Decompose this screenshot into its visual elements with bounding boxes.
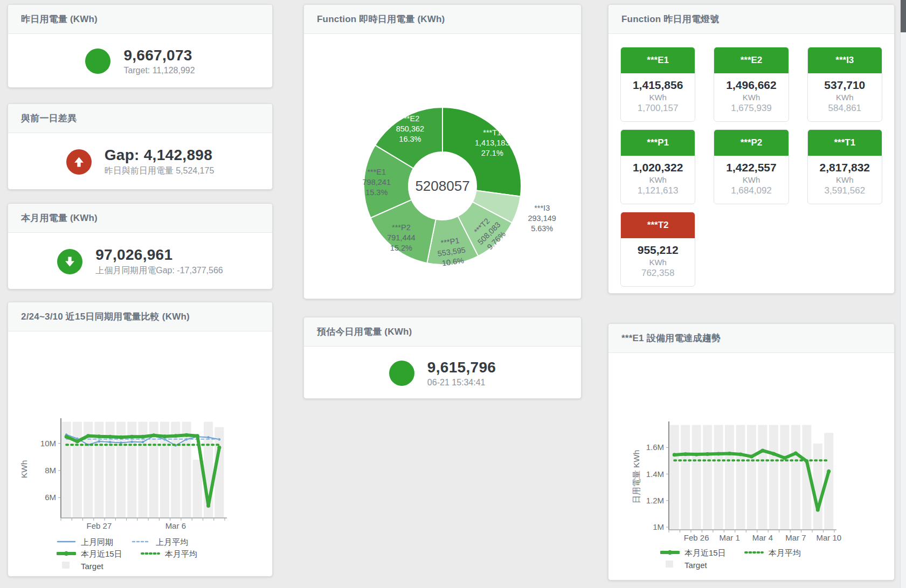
series-point[interactable] xyxy=(717,452,721,455)
y-tick-label: 1M xyxy=(653,522,664,531)
tile-body: 1,020,322KWh1,121,613 xyxy=(621,156,695,204)
card-realtime-donut: Function 即時日用電量 (KWh) ***T11,413,18327.1… xyxy=(303,4,582,299)
legend-item-Target[interactable]: Target xyxy=(660,560,707,570)
legend-swatch-icon xyxy=(57,549,76,559)
series-point[interactable] xyxy=(163,434,167,438)
card-today-estimate: 預估今日用電量 (KWh) 9,615,796 06-21 15:34:41 xyxy=(303,317,582,399)
realtime-donut-chart[interactable]: ***T11,413,18327.1%***I3293,1495.63%***T… xyxy=(304,34,581,299)
legend-row: 本月近15日本月平均 xyxy=(57,548,272,560)
legend-swatch-icon xyxy=(57,537,76,547)
legend-swatch-icon xyxy=(744,548,764,558)
tile-body: 1,496,662KWh1,675,939 xyxy=(714,73,788,121)
legend-item-本月近15日[interactable]: 本月近15日 xyxy=(660,548,726,558)
kpi-subtitle: 上個月同期用電Gap: -17,377,566 xyxy=(95,265,223,276)
series-point[interactable] xyxy=(739,452,743,456)
series-point[interactable] xyxy=(772,452,776,455)
legend-label: 本月平均 xyxy=(165,549,197,559)
e1-trend-line-chart[interactable]: 1M1.2M1.4M1.6MFeb 26Mar 1Mar 4Mar 7Mar 1… xyxy=(613,353,889,543)
target-bar xyxy=(681,425,690,530)
target-bar xyxy=(692,425,701,530)
series-point[interactable] xyxy=(174,434,177,438)
series-point[interactable] xyxy=(75,439,79,443)
series-point[interactable] xyxy=(673,453,676,456)
green-status-circle-icon xyxy=(85,49,110,74)
arrow-up-icon xyxy=(66,149,92,175)
series-point[interactable] xyxy=(706,452,709,456)
target-bar xyxy=(73,422,82,518)
tile-unit: KWh xyxy=(623,93,693,102)
series-point[interactable] xyxy=(816,508,820,512)
series-point[interactable] xyxy=(142,441,144,443)
donut-center-total: 5208057 xyxy=(415,178,469,194)
legend-item-Target[interactable]: Target xyxy=(57,561,103,571)
series-point[interactable] xyxy=(185,433,189,437)
series-point[interactable] xyxy=(119,435,123,439)
card-e1-trend-chart: ***E1 設備用電達成趨勢 1M1.2M1.4M1.6MFeb 26Mar 1… xyxy=(608,323,895,580)
legend-item-上月同期[interactable]: 上月同期 xyxy=(57,537,113,548)
y-tick-label: 1.6M xyxy=(646,442,664,452)
series-point[interactable] xyxy=(207,436,209,438)
series-point[interactable] xyxy=(152,433,156,437)
legend-label: 本月近15日 xyxy=(684,548,726,558)
series-point[interactable] xyxy=(108,435,112,439)
tile-body: 2,817,832KWh3,591,562 xyxy=(808,156,882,204)
series-point[interactable] xyxy=(98,440,100,442)
series-point[interactable] xyxy=(728,452,731,455)
series-point[interactable] xyxy=(196,434,199,438)
card-yesterday-usage: 昨日用電量 (KWh) 9,667,073 Target: 11,128,992 xyxy=(8,4,273,88)
target-bar xyxy=(736,425,745,530)
series-point[interactable] xyxy=(760,448,764,452)
legend-swatch-icon xyxy=(57,561,76,571)
legend-item-本月平均[interactable]: 本月平均 xyxy=(141,549,197,559)
series-point[interactable] xyxy=(827,469,831,473)
series-point[interactable] xyxy=(120,441,122,444)
lights-grid: ***E11,415,856KWh1,700,157***E21,496,662… xyxy=(608,34,894,294)
card-title-e1-trend: ***E1 設備用電達成趨勢 xyxy=(621,332,881,344)
card-15day-compare-chart: 2/24~3/10 近15日同期用電量比較 (KWh) 6M8M10MFeb 2… xyxy=(8,302,273,577)
legend-row: 上月同期上月平均 xyxy=(57,536,272,548)
light-tile-E2: ***E21,496,662KWh1,675,939 xyxy=(714,47,789,122)
series-point[interactable] xyxy=(206,504,210,508)
tile-value: 1,415,856 xyxy=(623,79,693,92)
tile-status-header: ***T2 xyxy=(621,212,695,238)
tile-status-header: ***E2 xyxy=(714,47,788,73)
kpi-value: 9,615,796 xyxy=(427,359,496,376)
card-header: 昨日用電量 (KWh) xyxy=(8,5,272,34)
series-point[interactable] xyxy=(805,459,808,463)
legend-item-本月平均[interactable]: 本月平均 xyxy=(744,548,801,558)
card-title-month: 本月用電量 (KWh) xyxy=(21,212,259,224)
card-title-today: 預估今日用電量 (KWh) xyxy=(317,326,568,338)
series-point[interactable] xyxy=(217,446,221,449)
scrollbar[interactable] xyxy=(900,0,906,588)
series-point[interactable] xyxy=(86,434,90,438)
series-point[interactable] xyxy=(794,451,798,455)
light-tile-T1: ***T12,817,832KWh3,591,562 xyxy=(807,129,882,204)
card-month-usage: 本月用電量 (KWh) 97,026,961 上個月同期用電Gap: -17,3… xyxy=(8,203,273,289)
e1-trend-legend: 本月近15日本月平均Target xyxy=(608,547,894,571)
series-point[interactable] xyxy=(695,453,698,456)
series-point[interactable] xyxy=(131,441,133,443)
kpi-text: Gap: 4,142,898 昨日與前日用電量 5,524,175 xyxy=(105,147,215,177)
card-title-lights: Function 昨日用電燈號 xyxy=(621,13,881,25)
target-bar xyxy=(714,425,723,530)
series-point[interactable] xyxy=(683,452,687,456)
series-point[interactable] xyxy=(783,456,786,460)
target-bar xyxy=(670,425,679,530)
series-point[interactable] xyxy=(141,435,145,439)
series-point[interactable] xyxy=(97,434,101,438)
legend-label: 上月平均 xyxy=(156,537,188,548)
series-point[interactable] xyxy=(65,435,68,439)
compare-line-chart[interactable]: 6M8M10MFeb 27Mar 6KWh xyxy=(13,331,266,532)
card-header: ***E1 設備用電達成趨勢 xyxy=(608,324,894,353)
series-point[interactable] xyxy=(750,455,753,459)
card-header: 2/24~3/10 近15日同期用電量比較 (KWh) xyxy=(8,302,272,331)
series-point[interactable] xyxy=(109,441,111,443)
target-bar xyxy=(193,460,202,518)
series-point[interactable] xyxy=(130,435,134,439)
kpi-body: Gap: 4,142,898 昨日與前日用電量 5,524,175 xyxy=(8,133,272,190)
legend-item-上月平均[interactable]: 上月平均 xyxy=(132,537,188,548)
scrollbar-thumb[interactable] xyxy=(901,0,906,32)
card-header: Function 即時日用電量 (KWh) xyxy=(304,5,581,34)
legend-swatch-icon xyxy=(660,548,680,558)
legend-item-本月近15日[interactable]: 本月近15日 xyxy=(57,549,122,559)
